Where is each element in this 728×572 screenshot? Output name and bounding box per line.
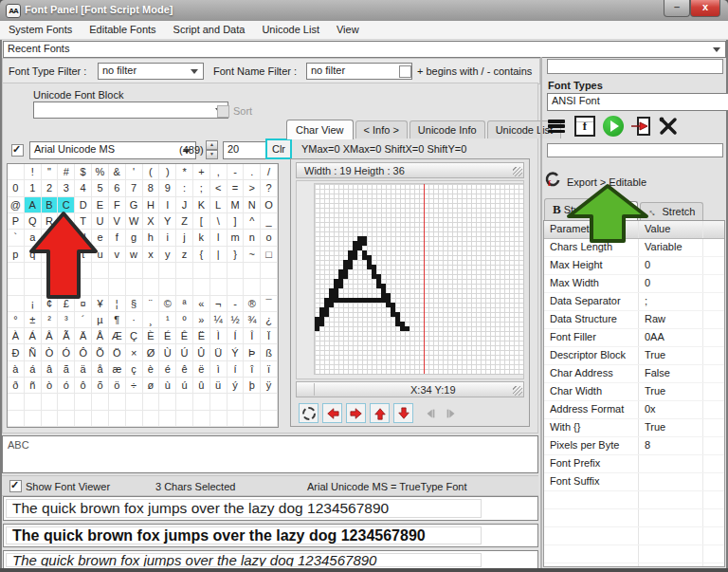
char-cell[interactable]: Â	[42, 328, 59, 344]
tab--info-[interactable]: < Info >	[355, 120, 408, 138]
export-editable-button[interactable]: f	[542, 170, 563, 191]
spinner-down-icon[interactable]: ▼	[206, 150, 218, 159]
char-cell[interactable]: M	[228, 197, 245, 213]
char-cell[interactable]: I	[159, 197, 176, 213]
run-script-button[interactable]	[601, 114, 626, 138]
tab-unicode-info[interactable]: Unicode Info	[410, 120, 485, 138]
char-cell[interactable]	[42, 394, 59, 410]
char-cell[interactable]: $	[75, 164, 92, 180]
char-cell[interactable]: ²	[42, 312, 59, 328]
char-cell[interactable]: /	[261, 164, 278, 180]
char-cell[interactable]: +	[193, 164, 210, 180]
pixel-cell-on[interactable]	[343, 274, 348, 279]
char-cell[interactable]: É	[159, 328, 176, 344]
parameter-row[interactable]: Font Prefix	[544, 455, 724, 473]
char-cell[interactable]: ¿	[261, 312, 278, 328]
char-cell[interactable]: Ý	[228, 344, 245, 360]
parameter-row[interactable]: Data Separator;	[544, 293, 724, 311]
char-cell[interactable]: é	[159, 361, 176, 378]
char-cell[interactable]: «	[193, 296, 210, 312]
parameter-row[interactable]: Max Width0	[544, 275, 724, 293]
char-cell[interactable]: Ð	[8, 344, 25, 360]
char-cell[interactable]: Ï	[261, 328, 278, 344]
char-cell[interactable]: x	[143, 247, 160, 263]
char-cell[interactable]: ò	[42, 378, 59, 394]
char-cell[interactable]: Ë	[193, 328, 210, 344]
resize-grip-icon[interactable]	[513, 386, 522, 396]
char-cell[interactable]	[228, 411, 245, 427]
char-cell[interactable]: g	[126, 230, 143, 246]
pixel-grid[interactable]	[314, 183, 524, 375]
char-cell[interactable]: ½	[228, 312, 245, 328]
char-cell[interactable]: ä	[75, 361, 92, 378]
char-cell[interactable]: G	[126, 197, 143, 213]
right-mid-field[interactable]	[547, 143, 723, 157]
begins-contains-checkbox[interactable]	[399, 65, 411, 78]
parameter-row[interactable]: Pixels per Byte8	[544, 437, 724, 455]
char-cell[interactable]: ü	[210, 378, 228, 394]
tools-button[interactable]	[656, 114, 681, 138]
char-cell[interactable]	[92, 394, 109, 410]
char-cell[interactable]: ã	[58, 361, 75, 378]
char-cell[interactable]: p	[8, 247, 25, 263]
char-cell[interactable]: K	[193, 197, 210, 213]
char-cell[interactable]: >	[244, 180, 261, 196]
char-cell[interactable]: 7	[126, 180, 143, 196]
sample-text-area[interactable]: ABC	[2, 435, 538, 473]
char-cell[interactable]: Ç	[126, 328, 143, 344]
char-cell[interactable]: n	[244, 230, 261, 246]
char-cell[interactable]: Ù	[159, 344, 176, 360]
char-cell[interactable]	[228, 394, 245, 410]
parameter-row[interactable]: Char AddressFalse	[544, 365, 724, 383]
show-font-viewer-checkbox[interactable]	[9, 480, 22, 492]
char-cell[interactable]: (	[143, 164, 160, 180]
char-cell[interactable]	[92, 411, 109, 427]
parameter-row[interactable]	[544, 563, 724, 567]
char-cell[interactable]: y	[159, 247, 176, 263]
char-cell[interactable]	[159, 394, 176, 410]
char-cell[interactable]: L	[210, 197, 228, 213]
shift-right-button[interactable]	[346, 403, 366, 423]
char-cell[interactable]: ð	[8, 378, 25, 394]
char-cell[interactable]: F	[109, 197, 126, 213]
char-cell[interactable]	[244, 279, 261, 295]
char-cell[interactable]	[109, 279, 126, 295]
char-cell[interactable]	[176, 279, 193, 295]
char-cell[interactable]: v	[109, 247, 126, 263]
tab-char-view[interactable]: Char View	[286, 120, 354, 139]
char-cell[interactable]	[261, 263, 278, 279]
char-cell[interactable]: ³	[58, 312, 75, 328]
parameter-row[interactable]: Data StructureRaw	[544, 311, 724, 329]
char-cell[interactable]	[193, 411, 210, 427]
char-cell[interactable]: P	[8, 213, 25, 230]
char-cell[interactable]: æ	[109, 361, 126, 378]
clear-button[interactable]: Clr	[265, 138, 292, 159]
char-cell[interactable]: î	[244, 361, 261, 378]
char-cell[interactable]: %	[92, 164, 109, 180]
shift-up-button[interactable]	[370, 403, 390, 423]
char-cell[interactable]: ®	[244, 296, 261, 312]
char-cell[interactable]: Ö	[109, 344, 126, 360]
char-cell[interactable]: Í	[228, 328, 245, 344]
char-cell[interactable]: Ã	[58, 328, 75, 344]
pixel-cell-on[interactable]	[315, 326, 319, 331]
char-cell[interactable]: ¶	[109, 312, 126, 328]
char-cell[interactable]	[228, 263, 245, 279]
char-cell[interactable]: 9	[159, 180, 176, 196]
char-cell[interactable]: È	[143, 328, 160, 344]
parameter-row[interactable]	[544, 527, 724, 545]
char-cell[interactable]: [	[193, 213, 210, 230]
char-cell[interactable]: Ú	[176, 344, 193, 360]
char-cell[interactable]: Ó	[58, 344, 75, 360]
char-cell[interactable]	[176, 263, 193, 279]
char-cell[interactable]: 1	[25, 180, 42, 196]
char-cell[interactable]: »	[193, 312, 210, 328]
char-cell[interactable]	[75, 411, 92, 427]
char-cell[interactable]: ~	[244, 247, 261, 263]
char-cell[interactable]	[159, 263, 176, 279]
font-type-filter-dropdown[interactable]: no filter	[98, 63, 204, 80]
char-cell[interactable]	[210, 279, 228, 295]
char-cell[interactable]: Ô	[75, 344, 92, 360]
parameter-row[interactable]: Max Height0	[544, 257, 724, 275]
char-cell[interactable]	[244, 263, 261, 279]
